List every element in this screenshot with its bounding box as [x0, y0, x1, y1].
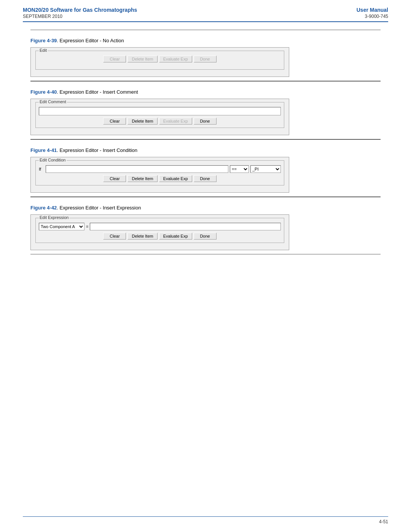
fig41-clear-button[interactable]: Clear: [103, 175, 126, 182]
fig42-divider-bottom: [30, 254, 381, 254]
fig39-delete-item-button[interactable]: Delete Item: [127, 56, 157, 62]
fig40-group-content: Clear Delete Item Evaluate Exp Done: [39, 107, 281, 125]
fig41-divider-top: [30, 139, 381, 140]
fig39-group-content: Clear Delete Item Evaluate Exp Done: [39, 56, 281, 62]
fig42-button-row: Clear Delete Item Evaluate Exp Done: [39, 233, 281, 240]
fig41-delete-item-button[interactable]: Delete Item: [127, 175, 157, 182]
fig42-delete-item-button[interactable]: Delete Item: [127, 233, 157, 240]
header-right: User Manual 3-9000-745: [357, 7, 388, 19]
fig39-label: Figure 4-39: [30, 38, 57, 43]
fig39-title: Figure 4-39. Expression Editor - No Acti…: [30, 38, 381, 43]
page-header: MON20/20 Software for Gas Chromatographs…: [0, 0, 411, 21]
fig42-done-button[interactable]: Done: [194, 233, 217, 240]
fig39-button-row: Clear Delete Item Evaluate Exp Done: [39, 56, 281, 62]
figure-41-section: Figure 4-41. Expression Editor - Insert …: [30, 139, 381, 197]
header-manual: User Manual: [357, 7, 388, 13]
fig41-label: Figure 4-41: [30, 147, 57, 153]
fig40-done-button[interactable]: Done: [194, 118, 217, 125]
header-subtitle: SEPTEMBER 2010: [23, 14, 137, 19]
fig41-title-text: . Expression Editor - Insert Condition: [57, 147, 137, 153]
fig39-group: Edit Clear Delete Item Evaluate Exp Done: [35, 51, 284, 70]
fig40-title: Figure 4-40. Expression Editor - Insert …: [30, 89, 381, 95]
figure-40-section: Figure 4-40. Expression Editor - Insert …: [30, 81, 381, 139]
header-left: MON20/20 Software for Gas Chromatographs…: [23, 7, 137, 19]
fig39-divider-top: [30, 30, 381, 30]
fig40-evaluate-exp-button[interactable]: Evaluate Exp: [159, 118, 192, 125]
fig42-group: Edit Expression Two Component A = Clear …: [35, 218, 284, 243]
fig42-expression-row: Two Component A =: [39, 223, 281, 230]
figure-39-section: Figure 4-39. Expression Editor - No Acti…: [30, 30, 381, 81]
fig41-if-label: If: [39, 167, 44, 171]
fig39-group-label: Edit: [39, 48, 48, 53]
content-area: Figure 4-39. Expression Editor - No Acti…: [0, 22, 411, 270]
fig42-group-content: Two Component A = Clear Delete Item Eval…: [39, 223, 281, 240]
fig40-group-label: Edit Comment: [39, 99, 67, 104]
fig40-clear-button[interactable]: Clear: [103, 118, 126, 125]
fig39-clear-button[interactable]: Clear: [103, 56, 126, 62]
header-title: MON20/20 Software for Gas Chromatographs: [23, 7, 137, 13]
fig42-group-label: Edit Expression: [39, 215, 69, 220]
fig41-variable-select[interactable]: _PI: [250, 165, 281, 173]
fig42-title: Figure 4-42. Expression Editor - Insert …: [30, 205, 381, 211]
page-number: 4-51: [23, 519, 388, 524]
fig40-title-text: . Expression Editor - Insert Comment: [57, 89, 138, 95]
fig40-comment-input[interactable]: [39, 107, 281, 115]
fig41-group-label: Edit Condition: [39, 158, 67, 162]
fig39-dialog: Edit Clear Delete Item Evaluate Exp Done: [30, 47, 289, 77]
fig41-button-row: Clear Delete Item Evaluate Exp Done: [39, 175, 281, 182]
fig40-button-row: Clear Delete Item Evaluate Exp Done: [39, 118, 281, 125]
fig39-title-text: . Expression Editor - No Action: [57, 38, 124, 43]
footer-divider: [23, 516, 388, 517]
fig41-group-content: If == != > < _PI: [39, 165, 281, 182]
fig42-component-select[interactable]: Two Component A: [39, 223, 84, 230]
fig40-group: Edit Comment Clear Delete Item Evaluate …: [35, 102, 284, 128]
fig42-clear-button[interactable]: Clear: [103, 233, 126, 240]
fig41-condition-row: If == != > < _PI: [39, 165, 281, 173]
fig40-label: Figure 4-40: [30, 89, 57, 95]
figure-42-section: Figure 4-42. Expression Editor - Insert …: [30, 197, 381, 254]
fig40-delete-item-button[interactable]: Delete Item: [127, 118, 157, 125]
fig41-evaluate-exp-button[interactable]: Evaluate Exp: [159, 175, 192, 182]
fig42-equals-label: =: [86, 224, 88, 229]
fig42-dialog: Edit Expression Two Component A = Clear …: [30, 214, 289, 250]
fig41-group: Edit Condition If == != > <: [35, 160, 284, 185]
fig40-divider-top: [30, 81, 381, 81]
fig39-evaluate-exp-button[interactable]: Evaluate Exp: [159, 56, 192, 62]
fig41-condition-input[interactable]: [46, 165, 228, 173]
fig42-label: Figure 4-42: [30, 205, 57, 211]
fig39-done-button[interactable]: Done: [194, 56, 217, 62]
fig42-expression-input[interactable]: [90, 223, 281, 230]
fig40-dialog: Edit Comment Clear Delete Item Evaluate …: [30, 99, 289, 135]
fig41-title: Figure 4-41. Expression Editor - Insert …: [30, 147, 381, 153]
fig42-evaluate-exp-button[interactable]: Evaluate Exp: [159, 233, 192, 240]
fig41-dialog: Edit Condition If == != > <: [30, 157, 289, 193]
fig41-done-button[interactable]: Done: [194, 175, 217, 182]
header-doc-num: 3-9000-745: [357, 14, 388, 19]
fig41-operator-select[interactable]: == != > <: [230, 165, 249, 173]
fig42-title-text: . Expression Editor - Insert Expression: [57, 205, 141, 211]
page-footer: 4-51: [0, 516, 411, 524]
fig42-divider-top: [30, 197, 381, 197]
